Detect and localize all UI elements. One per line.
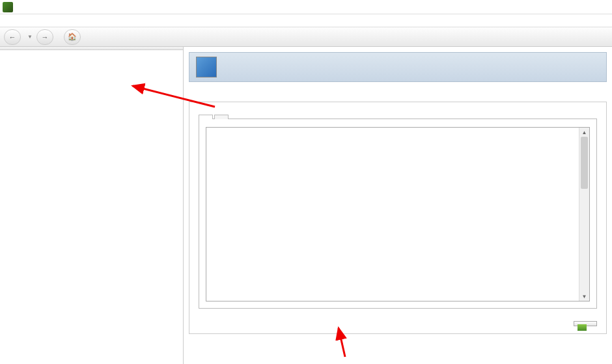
page-header-icon	[196, 57, 217, 77]
home-button[interactable]: 🏠	[64, 29, 81, 45]
scroll-down-icon[interactable]: ▼	[579, 292, 589, 301]
sidebar	[0, 47, 184, 364]
tab-program[interactable]	[214, 115, 229, 119]
titlebar	[0, 0, 612, 14]
dropdown-arrow-icon[interactable]: ▼	[27, 34, 33, 40]
page-header	[189, 52, 607, 82]
tab-body: ▲ ▼	[199, 119, 597, 309]
forward-button[interactable]: →	[36, 29, 53, 45]
panel-title	[189, 102, 606, 114]
scroll-thumb[interactable]	[581, 137, 588, 189]
settings-panel: ▲ ▼	[189, 102, 607, 334]
arrow-right-icon: →	[41, 33, 48, 41]
scroll-up-icon[interactable]: ▲	[579, 128, 589, 137]
content-area: ▲ ▼	[184, 47, 612, 364]
toolbar: ← ▼ → 🏠	[0, 27, 612, 47]
scrollbar[interactable]: ▲ ▼	[579, 128, 589, 301]
back-button[interactable]: ←	[4, 29, 21, 45]
task-tree	[0, 50, 183, 55]
home-icon: 🏠	[68, 33, 77, 41]
tab-global[interactable]	[199, 115, 213, 119]
restore-button[interactable]	[574, 321, 597, 326]
nvidia-app-icon	[3, 2, 13, 12]
tabs	[199, 114, 606, 119]
page-description	[184, 82, 612, 98]
arrow-left-icon: ←	[9, 33, 16, 41]
menubar	[0, 14, 612, 27]
settings-grid-wrap: ▲ ▼	[206, 127, 590, 301]
